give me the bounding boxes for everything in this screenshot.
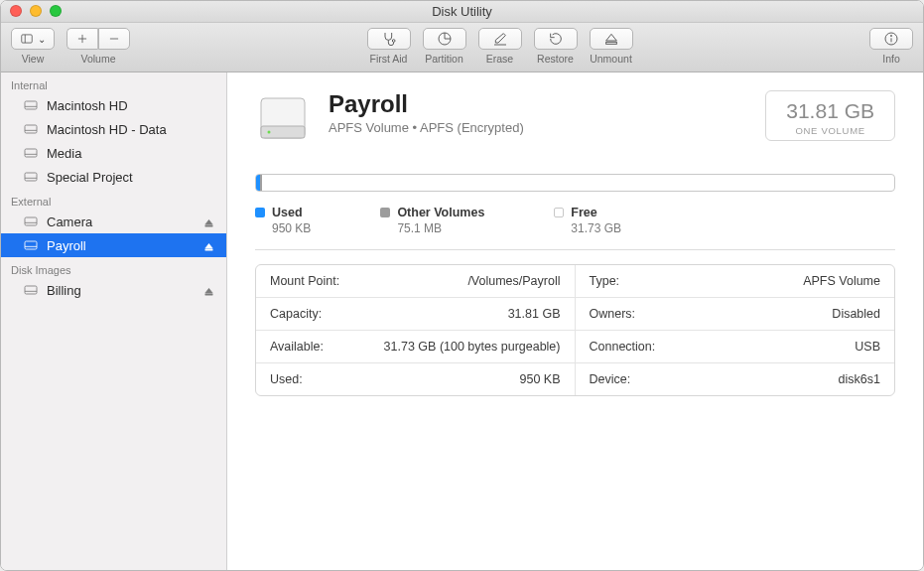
sidebar-icon (20, 31, 34, 47)
sidebar-item-label: Payroll (47, 238, 86, 253)
info-icon (883, 31, 899, 47)
close-icon[interactable] (10, 5, 22, 17)
sidebar-item-special-project[interactable]: Special Project (1, 165, 226, 189)
svg-point-5 (392, 40, 395, 43)
eject-icon[interactable] (203, 216, 214, 227)
partition-button[interactable] (423, 28, 466, 50)
info-key: Available: (270, 340, 324, 354)
usage-bar-other (260, 175, 262, 191)
volume-subtitle: APFS Volume • APFS (Encrypted) (329, 120, 747, 135)
sidebar-item-macintosh-hd-data[interactable]: Macintosh HD - Data (1, 117, 226, 141)
window-title: Disk Utility (432, 4, 492, 19)
info-val: 31.73 GB (100 bytes purgeable) (384, 340, 561, 354)
chevron-down-icon: ⌄ (38, 34, 46, 45)
sidebar-item-payroll[interactable]: Payroll (1, 233, 226, 257)
svg-rect-24 (205, 224, 212, 225)
usage-bar (255, 174, 895, 192)
info-key: Used: (270, 372, 303, 386)
sidebar: InternalMacintosh HDMacintosh HD - DataM… (1, 72, 227, 571)
disk-utility-window: Disk Utility ⌄ View Volume (0, 0, 924, 571)
unmount-label: Unmount (590, 53, 632, 65)
capacity-value: 31.81 GB (786, 99, 874, 123)
sidebar-item-label: Macintosh HD - Data (47, 122, 167, 137)
info-val: APFS Volume (803, 274, 880, 288)
erase-label: Erase (486, 53, 513, 65)
sidebar-item-macintosh-hd[interactable]: Macintosh HD (1, 93, 226, 117)
remove-volume-button[interactable] (98, 28, 130, 50)
svg-rect-29 (25, 286, 37, 294)
legend-other-value: 75.1 MB (397, 221, 484, 235)
titlebar: Disk Utility (1, 1, 923, 23)
view-button[interactable]: ⌄ (11, 28, 55, 50)
toolbar: ⌄ View Volume First Aid (1, 23, 923, 72)
legend-used-label: Used (272, 206, 303, 219)
sidebar-section-header: Internal (1, 72, 226, 93)
sidebar-section-header: External (1, 189, 226, 210)
svg-point-35 (268, 131, 271, 134)
info-val: disk6s1 (839, 372, 880, 386)
view-label: View (22, 53, 45, 65)
legend-used-value: 950 KB (272, 221, 311, 235)
sidebar-section-header: Disk Images (1, 257, 226, 278)
svg-point-12 (890, 35, 891, 36)
swatch-other (380, 208, 390, 217)
sidebar-item-label: Camera (47, 214, 92, 229)
sidebar-item-label: Special Project (47, 170, 133, 185)
sidebar-item-billing[interactable]: Billing (1, 278, 226, 302)
info-val: 950 KB (519, 372, 560, 386)
svg-rect-15 (25, 125, 37, 133)
svg-marker-23 (205, 219, 212, 224)
eject-icon[interactable] (203, 240, 214, 251)
legend-other-label: Other Volumes (397, 206, 484, 219)
info-key: Device: (590, 372, 631, 386)
sidebar-item-camera[interactable]: Camera (1, 210, 226, 233)
svg-rect-21 (25, 217, 37, 225)
info-val: USB (855, 340, 880, 354)
erase-button[interactable] (478, 28, 522, 50)
info-val: 31.81 GB (508, 307, 561, 321)
info-key: Type: (590, 274, 620, 288)
info-key: Capacity: (270, 307, 322, 321)
svg-marker-27 (205, 243, 212, 248)
swatch-free (554, 208, 564, 217)
svg-rect-13 (25, 101, 37, 109)
restore-button[interactable] (534, 28, 578, 50)
svg-rect-32 (205, 293, 212, 294)
restore-icon (548, 31, 564, 47)
svg-marker-31 (205, 288, 212, 293)
add-volume-button[interactable] (66, 28, 98, 50)
svg-rect-28 (205, 248, 212, 249)
svg-rect-25 (25, 241, 37, 249)
usage-legend: Used 950 KB Other Volumes 75.1 MB Free 3… (255, 206, 895, 235)
volume-drive-icon (255, 90, 311, 146)
zoom-icon[interactable] (50, 5, 62, 17)
capacity-caption: ONE VOLUME (786, 125, 874, 136)
first-aid-button[interactable] (367, 28, 411, 50)
pie-icon (437, 31, 453, 47)
unmount-button[interactable] (590, 28, 633, 50)
traffic-lights (10, 5, 62, 17)
info-key: Mount Point: (270, 274, 339, 288)
volume-name: Payroll (329, 90, 747, 118)
minus-icon (107, 31, 121, 47)
first-aid-label: First Aid (370, 53, 408, 65)
svg-rect-19 (25, 173, 37, 181)
sidebar-item-media[interactable]: Media (1, 141, 226, 165)
legend-free-label: Free (571, 206, 596, 219)
info-val: /Volumes/Payroll (467, 274, 560, 288)
legend-free-value: 31.73 GB (571, 221, 621, 235)
svg-rect-0 (22, 35, 33, 43)
minimize-icon[interactable] (30, 5, 42, 17)
info-val: Disabled (832, 307, 880, 321)
volume-label: Volume (80, 53, 115, 65)
info-label: Info (882, 53, 900, 65)
eject-icon (603, 31, 619, 47)
capacity-card: 31.81 GB ONE VOLUME (765, 90, 895, 141)
eject-icon[interactable] (203, 285, 214, 296)
plus-icon (75, 31, 89, 47)
info-button[interactable] (869, 28, 913, 50)
main-content: Payroll APFS Volume • APFS (Encrypted) 3… (227, 72, 923, 571)
partition-label: Partition (425, 53, 463, 65)
svg-marker-8 (605, 34, 616, 41)
volume-info-table: Mount Point:/Volumes/Payroll Type:APFS V… (255, 264, 895, 396)
